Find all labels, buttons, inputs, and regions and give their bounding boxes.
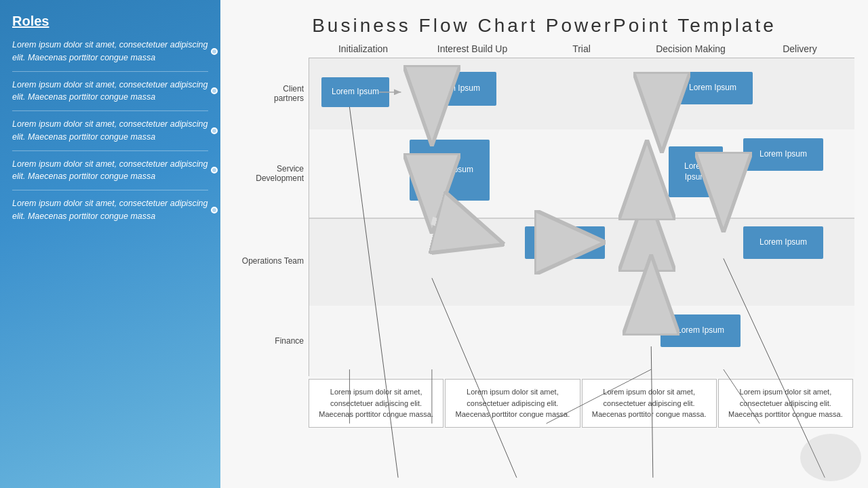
sidebar-divider-4: [12, 190, 208, 190]
lane-bg-4: [309, 306, 854, 377]
bottom-boxes: Lorem ipsum dolor sit amet, consectetuer…: [309, 379, 854, 428]
flow-box-7: Lorem Ipsum: [525, 226, 605, 259]
sidebar-text-3: Lorem ipsum dolor sit amet, consectetuer…: [12, 118, 208, 144]
col-header-decision: Decision Making: [636, 43, 745, 54]
col-header-interest: Interest Build Up: [418, 43, 527, 54]
sidebar-divider-3: [12, 150, 208, 151]
flowchart-container: Initialization Interest Build Up Trial D…: [220, 43, 868, 488]
flow-box-3: Lorem Ipsum: [673, 72, 753, 104]
decorative-circle: [800, 434, 861, 481]
main-content: Business Flow Chart PowerPoint Template …: [220, 0, 868, 488]
row-label-service: ServiceDevelopment: [235, 129, 309, 218]
sidebar-item-5: Lorem ipsum dolor sit amet, consectetuer…: [12, 197, 208, 223]
bottom-box-1: Lorem ipsum dolor sit amet, consectetuer…: [309, 379, 443, 428]
sidebar-divider-2: [12, 110, 208, 111]
sidebar-dot-1: [211, 48, 218, 55]
col-header-init: Initialization: [309, 43, 418, 54]
sidebar-text-4: Lorem ipsum dolor sit amet, consectetuer…: [12, 158, 208, 184]
sidebar-dot-4: [211, 167, 218, 174]
row-label-finance: Finance: [235, 305, 309, 376]
sidebar-dot-2: [211, 87, 218, 94]
bottom-box-3: Lorem ipsum dolor sit amet, consectetuer…: [582, 379, 717, 428]
lane-bg-1: [309, 58, 854, 129]
roles-title: Roles: [12, 14, 208, 29]
column-headers: Initialization Interest Build Up Trial D…: [234, 43, 854, 54]
flow-box-4: Lorem Ipsum: [410, 140, 490, 201]
sidebar-divider-1: [12, 71, 208, 72]
flow-box-8: Lorem Ipsum: [743, 226, 823, 259]
flow-box-1: Lorem Ipsum: [321, 77, 389, 107]
sidebar-text-1: Lorem ipsum dolor sit amet, consectetuer…: [12, 39, 208, 64]
bottom-box-4: Lorem ipsum dolor sit amet, consectetuer…: [718, 379, 853, 428]
flow-box-5: Lorem Ipsum: [669, 146, 723, 197]
col-header-trial: Trial: [527, 43, 636, 54]
sidebar-text-2: Lorem ipsum dolor sit amet, consectetuer…: [12, 79, 208, 104]
sidebar-text-5: Lorem ipsum dolor sit amet, consectetuer…: [12, 197, 208, 223]
bottom-box-2: Lorem ipsum dolor sit amet, consectetuer…: [445, 379, 580, 428]
flow-box-9: Lorem Ipsum: [660, 314, 741, 347]
page-title: Business Flow Chart PowerPoint Template: [220, 0, 868, 43]
col-header-delivery: Delivery: [745, 43, 854, 54]
row-labels: Clientpartners ServiceDevelopment Operat…: [235, 58, 309, 376]
sidebar-dot-3: [211, 127, 218, 134]
sidebar-item-4: Lorem ipsum dolor sit amet, consectetuer…: [12, 158, 208, 184]
sidebar-item-2: Lorem ipsum dolor sit amet, consectetuer…: [12, 79, 208, 104]
sidebar-item-1: Lorem ipsum dolor sit amet, consectetuer…: [12, 39, 208, 64]
row-label-ops: Operations Team: [235, 218, 309, 306]
row-label-client: Clientpartners: [235, 58, 309, 129]
swimlane-area: Clientpartners ServiceDevelopment Operat…: [309, 58, 854, 376]
sidebar: Roles Lorem ipsum dolor sit amet, consec…: [0, 0, 220, 488]
sidebar-item-3: Lorem ipsum dolor sit amet, consectetuer…: [12, 118, 208, 144]
flow-box-6: Lorem Ipsum: [743, 138, 823, 171]
sidebar-dot-5: [211, 207, 218, 214]
flow-box-2: Lorem Ipsum: [416, 72, 496, 106]
